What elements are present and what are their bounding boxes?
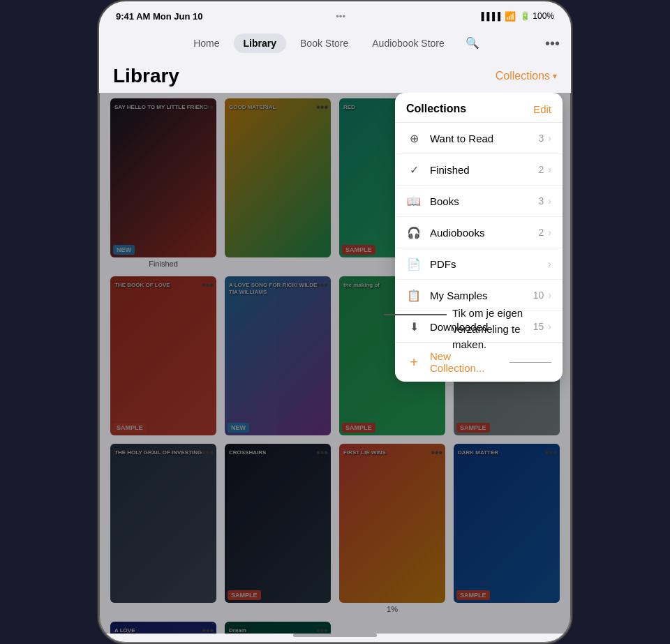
tab-bookstore[interactable]: Book Store: [290, 33, 358, 53]
home-indicator: [293, 634, 377, 637]
main-content: SAY HELLO TO MY LITTLE FRIENDNEW•••Finis…: [99, 93, 571, 634]
chevron-right-icon: ›: [548, 133, 551, 144]
callout-annotation: Tik om je eigen verzameling te maken.: [384, 306, 557, 353]
search-icon[interactable]: 🔍: [459, 32, 486, 54]
collection-count: 2: [539, 164, 544, 175]
collection-name: My Samples: [430, 290, 533, 301]
status-right: ▐▐▐▐ 📶 🔋 100%: [479, 11, 554, 22]
library-header: Library Collections ▾: [99, 59, 571, 93]
callout-line: [384, 314, 447, 315]
signal-icon: ▐▐▐▐: [479, 12, 500, 20]
new-collection-label: New Collection...: [430, 350, 507, 374]
tab-library[interactable]: Library: [234, 33, 286, 53]
new-collection-line: [509, 362, 551, 363]
collection-icon: 📄: [406, 256, 422, 271]
edit-button[interactable]: Edit: [533, 103, 551, 115]
collection-item-want-to-read[interactable]: ⊕ Want to Read 3 ›: [395, 123, 563, 154]
collections-dropdown-trigger[interactable]: Collections ▾: [496, 70, 557, 82]
collection-count: 3: [539, 195, 544, 207]
collection-item-finished[interactable]: ✓ Finished 2 ›: [395, 154, 563, 186]
top-nav: Home Library Book Store Audiobook Store …: [99, 27, 571, 59]
collection-name: Audiobooks: [430, 227, 539, 239]
collection-icon: 🎧: [406, 225, 422, 240]
collections-label: Collections: [496, 70, 550, 82]
collection-icon: 📋: [406, 287, 422, 303]
battery-icon: 🔋 100%: [520, 11, 554, 21]
add-icon: +: [406, 354, 422, 370]
chevron-right-icon: ›: [548, 258, 551, 269]
collection-icon: ⊕: [406, 130, 422, 146]
library-title: Library: [113, 65, 179, 87]
collection-name: Books: [430, 195, 539, 207]
dropdown-header: Collections Edit: [395, 93, 563, 123]
status-time: 9:41 AM Mon Jun 10: [116, 11, 203, 22]
tab-audiobookstore[interactable]: Audiobook Store: [362, 33, 454, 53]
collection-icon: ✓: [406, 162, 422, 177]
dropdown-title: Collections: [406, 103, 466, 115]
collection-count: 2: [539, 227, 544, 238]
status-bar: 9:41 AM Mon Jun 10 ••• ▐▐▐▐ 📶 🔋 100%: [99, 1, 571, 27]
device-frame: 9:41 AM Mon Jun 10 ••• ▐▐▐▐ 📶 🔋 100% Hom…: [98, 0, 572, 644]
chevron-right-icon: ›: [548, 195, 551, 207]
collection-icon: 📖: [406, 193, 422, 209]
chevron-down-icon: ▾: [553, 71, 557, 81]
chevron-right-icon: ›: [548, 164, 551, 175]
side-button: [571, 113, 572, 155]
collection-item-pdfs[interactable]: 📄 PDFs ›: [395, 248, 563, 280]
collection-count: 10: [533, 290, 544, 301]
chevron-right-icon: ›: [548, 227, 551, 238]
more-button[interactable]: •••: [545, 35, 560, 51]
wifi-icon: 📶: [505, 11, 516, 22]
collection-name: PDFs: [430, 258, 548, 270]
collection-item-books[interactable]: 📖 Books 3 ›: [395, 186, 563, 217]
tab-home[interactable]: Home: [184, 33, 229, 53]
callout-text: Tik om je eigen verzameling te maken.: [452, 306, 557, 353]
collection-item-audiobooks[interactable]: 🎧 Audiobooks 2 ›: [395, 217, 563, 248]
status-dots: •••: [336, 11, 345, 22]
collection-name: Want to Read: [430, 133, 539, 144]
collection-count: 3: [539, 133, 544, 144]
collection-name: Finished: [430, 164, 539, 176]
chevron-right-icon: ›: [548, 290, 551, 301]
